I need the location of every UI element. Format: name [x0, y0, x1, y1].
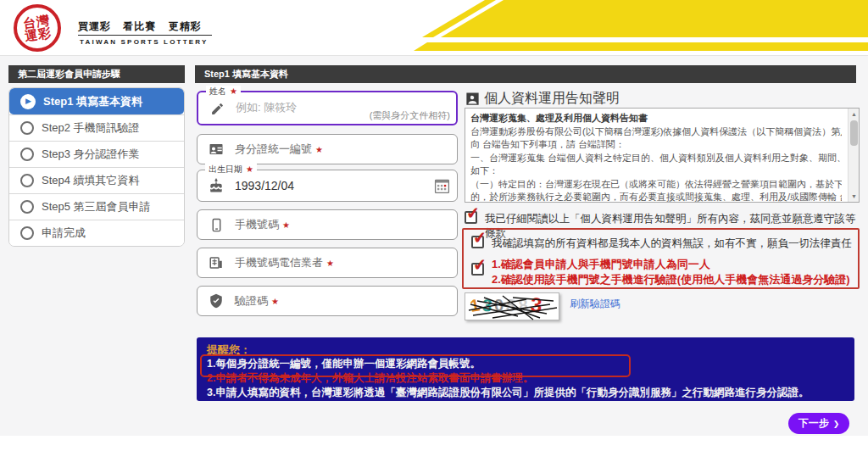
- notice-line: 的，於所涉業務執行之必要範圍內，而有必要直接或間接蒐集、處理、利用及/或國際傳輸…: [470, 191, 842, 202]
- shield-check-icon: [208, 292, 225, 309]
- reminder-box: 提醒您： 1.每個身分證統一編號，僅能申辦一個運彩網路會員帳號。 2.申請者不得…: [197, 337, 854, 401]
- circle-icon: [20, 121, 34, 135]
- national-id-input[interactable]: 身分證統一編號 ★: [197, 134, 458, 164]
- sidebar-item-step3[interactable]: Step3 身分認證作業: [9, 141, 184, 167]
- required-star: ★: [271, 297, 279, 306]
- next-step-label: 下一步: [798, 416, 829, 431]
- required-star: ★: [282, 220, 290, 230]
- bottom-strip: [0, 436, 868, 451]
- logo-text-2: 運彩: [24, 25, 53, 43]
- notice-line: 如下：: [470, 164, 842, 178]
- reminder-item-2: 2.申請者不得為未成年人，外籍人士請洽投注站索取書面申請書辦理。: [207, 371, 844, 386]
- scroll-thumb[interactable]: [850, 120, 858, 146]
- birth-value: 1993/12/04: [235, 179, 294, 192]
- circle-icon: [20, 148, 34, 161]
- notice-line: 向 台端告知下列事項，請 台端詳閱：: [470, 138, 842, 152]
- yellow-stripes-decoration: [393, 0, 868, 56]
- captcha-scribble: [465, 293, 560, 321]
- agreement-checkbox-3[interactable]: ✔: [471, 263, 484, 276]
- birth-label: 出生日期★: [205, 164, 257, 175]
- circle-icon: [20, 226, 34, 240]
- cake-icon: [208, 177, 225, 194]
- steps-sidebar: ▶ Step1 填寫基本資料 Step2 手機簡訊驗證 Step3 身分認證作業…: [8, 87, 185, 247]
- notice-line: （一）特定目的：台灣運彩在現在已（或將來可能）依法得經營之營業項目範圍內，基於下…: [470, 178, 842, 192]
- red-check-icon: ✔: [472, 227, 487, 248]
- sidebar-item-step2[interactable]: Step2 手機簡訊驗證: [9, 114, 184, 141]
- privacy-notice-scrollbox[interactable]: 台灣運彩蒐集、處理及利用個人資料告知書 台灣運動彩券股份有限公司(以下簡稱台灣運…: [465, 108, 860, 203]
- id-card-icon: [208, 141, 225, 158]
- name-input[interactable]: 姓名★ 例如: 陳筱玲 (需與身分文件相符): [197, 91, 458, 125]
- phone-label: 手機號碼: [235, 217, 279, 232]
- step-label: Step2 手機簡訊驗證: [42, 120, 140, 136]
- smartphone-icon: [208, 216, 225, 233]
- chevron-right-icon: ❯: [833, 420, 840, 428]
- main-title-bar: Step1 填寫基本資料: [195, 65, 856, 83]
- calendar-icon[interactable]: [434, 178, 450, 194]
- reminder-title: 提醒您：: [207, 343, 844, 357]
- captcha-label: 驗證碼: [235, 293, 268, 309]
- page: 台灣運彩 買運彩 看比賽 更精彩 TAIWAN SPORTS LOTTERY 第…: [0, 0, 868, 451]
- header-slogan: 買運彩 看比賽 更精彩: [78, 19, 202, 34]
- captcha-input[interactable]: 驗證碼 ★: [197, 286, 458, 316]
- mobile-number-input[interactable]: 手機號碼 ★: [197, 209, 458, 240]
- id-label: 身分證統一編號: [235, 142, 312, 157]
- birth-date-input[interactable]: 出生日期★ 1993/12/04: [197, 170, 458, 202]
- required-star: ★: [326, 259, 334, 268]
- header-subtitle: TAIWAN SPORTS LOTTERY: [80, 38, 209, 46]
- scrollbar[interactable]: ▲ ▼: [848, 109, 859, 202]
- carrier-label: 手機號碼電信業者: [235, 255, 323, 270]
- sidebar-title-bar: 第二屆運彩會員申請步驟: [8, 65, 185, 83]
- sidebar-item-complete[interactable]: 申請完成: [9, 220, 184, 246]
- step-label: Step3 身分認證作業: [42, 147, 140, 162]
- agreement-row-2: ✔ 我確認填寫的所有資料都是我本人的資料無誤，如有不實，願負一切法律責任: [471, 236, 853, 251]
- agreement-row-3: ✔ 1.確認會員申請人與手機門號申請人為同一人 2.確認使用該手機門號之手機進行…: [471, 257, 857, 287]
- slogan-divider: [78, 35, 212, 36]
- taiwan-sports-lottery-logo: 台灣運彩: [14, 4, 61, 52]
- step-label: Step4 續填其它資料: [42, 173, 140, 188]
- sidebar-item-step4[interactable]: Step4 續填其它資料: [9, 167, 184, 193]
- reminder-item-3: 3.申請人填寫的資料，台灣運彩將透過「臺灣網路認證股份有限公司」所提供的「行動身…: [207, 386, 844, 400]
- name-hint: (需與身分文件相符): [370, 109, 450, 122]
- sidebar-item-step5[interactable]: Step5 第三屆會員申請: [9, 193, 184, 220]
- agreement-text-2: 我確認填寫的所有資料都是我本人的資料無誤，如有不實，願負一切法律責任: [492, 236, 852, 251]
- agreement-text-3: 1.確認會員申請人與手機門號申請人為同一人 2.確認使用該手機門號之手機進行驗證…: [492, 257, 850, 287]
- app-header: 台灣運彩 買運彩 看比賽 更精彩 TAIWAN SPORTS LOTTERY: [0, 0, 868, 56]
- notice-line: 台灣運動彩券股份有限公司(以下簡稱台灣運彩)依據個人資料保護法（以下簡稱個資法）…: [470, 125, 842, 139]
- required-star: ★: [315, 145, 323, 154]
- agreement-checkbox-2[interactable]: ✔: [471, 236, 484, 248]
- notice-line: 一、台灣運彩蒐集 台端個人資料之特定目的、個人資料類別及個人資料利用之對象、期間…: [470, 152, 842, 165]
- sidebar-item-step1[interactable]: ▶ Step1 填寫基本資料: [9, 88, 184, 114]
- step-label: 申請完成: [42, 226, 86, 241]
- name-label: 姓名★: [206, 86, 241, 97]
- next-step-button[interactable]: 下一步 ❯: [788, 413, 849, 434]
- scroll-up-icon[interactable]: ▲: [849, 109, 860, 120]
- sim-card-icon: [208, 254, 225, 271]
- play-icon: ▶: [20, 94, 36, 109]
- privacy-notice-title: 個人資料運用告知聲明: [465, 90, 620, 108]
- reminder-item-1: 1.每個身分證統一編號，僅能申辦一個運彩網路會員帳號。: [207, 357, 844, 371]
- step-label: Step5 第三屆會員申請: [42, 199, 151, 214]
- agreement-checkbox-1[interactable]: ✔: [465, 211, 477, 224]
- scroll-down-icon[interactable]: ▼: [849, 191, 860, 202]
- notice-line: 台灣運彩蒐集、處理及利用個人資料告知書: [470, 112, 842, 125]
- circle-icon: [20, 200, 34, 214]
- step-label: Step1 填寫基本資料: [43, 94, 142, 109]
- red-check-icon: ✔: [472, 254, 487, 276]
- privacy-notice-text: 台灣運彩蒐集、處理及利用個人資料告知書 台灣運動彩券股份有限公司(以下簡稱台灣運…: [465, 109, 847, 202]
- circle-icon: [20, 174, 34, 187]
- name-placeholder: 例如: 陳筱玲: [236, 100, 297, 115]
- carrier-select[interactable]: 手機號碼電信業者 ★: [197, 248, 458, 278]
- account-box-icon: [465, 91, 481, 107]
- red-check-icon: ✔: [465, 203, 481, 224]
- pencil-icon: [209, 100, 225, 117]
- captcha-image[interactable]: 130583: [465, 292, 559, 320]
- refresh-captcha-link[interactable]: 刷新驗證碼: [570, 297, 620, 311]
